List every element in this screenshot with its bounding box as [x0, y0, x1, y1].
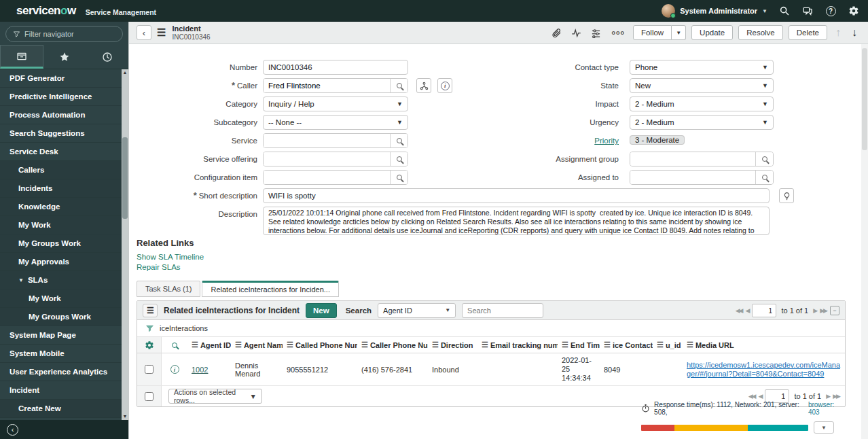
- sidebar-item-process-automation[interactable]: Process Automation: [0, 106, 122, 124]
- assignment-group-input[interactable]: [630, 152, 755, 166]
- follow-dropdown-icon[interactable]: ▼: [672, 25, 686, 40]
- column-header-called-phone[interactable]: ☰Called Phone Number: [283, 337, 357, 353]
- column-header-agent-id[interactable]: ☰Agent ID: [187, 337, 231, 353]
- configuration-item-lookup-button[interactable]: [390, 171, 408, 184]
- column-header-email-tracking[interactable]: ☰Email tracking number: [477, 337, 558, 353]
- state-select[interactable]: New▼: [630, 78, 774, 93]
- description-textarea[interactable]: 25/01/2022 10:01:14 Original phone call …: [263, 207, 770, 235]
- page-number-input[interactable]: [752, 304, 776, 317]
- breadcrumb[interactable]: iceInteractions: [160, 324, 208, 332]
- column-header-media-url[interactable]: ☰Media URL: [683, 337, 845, 353]
- back-button[interactable]: ‹: [137, 25, 151, 40]
- content-scrollbar[interactable]: [861, 44, 868, 439]
- update-button[interactable]: Update: [691, 25, 733, 40]
- scroll-up-icon[interactable]: ▲: [122, 69, 128, 76]
- search-column-select[interactable]: Agent ID▼: [378, 303, 456, 318]
- collapse-stats-icon[interactable]: ▼: [814, 421, 834, 434]
- follow-button[interactable]: Follow: [633, 25, 672, 40]
- sidebar-item-service-desk[interactable]: Service Desk: [0, 143, 122, 161]
- agent-id-link[interactable]: 1002: [192, 366, 208, 374]
- previous-page-icon[interactable]: ◀: [759, 393, 762, 400]
- sidebar-item-system-mobile[interactable]: System Mobile: [0, 345, 122, 363]
- tab-all-applications[interactable]: [0, 45, 43, 69]
- service-offering-lookup-button[interactable]: [390, 152, 408, 166]
- select-all-checkbox[interactable]: [145, 392, 153, 401]
- attachment-paperclip-icon[interactable]: [549, 28, 564, 38]
- column-header-u-id[interactable]: ☰u_id: [653, 337, 683, 353]
- impact-select[interactable]: 2 - Medium▼: [630, 96, 774, 111]
- sidebar-item-slas-my-work[interactable]: My Work: [0, 289, 122, 308]
- help-icon[interactable]: ?: [825, 5, 837, 17]
- row-checkbox[interactable]: [145, 365, 153, 374]
- sidebar-item-my-work[interactable]: My Work: [0, 216, 122, 234]
- sidebar-item-callers[interactable]: Callers: [0, 161, 122, 179]
- actions-on-selected-rows-select[interactable]: Actions on selected rows...▼: [168, 389, 262, 404]
- sidebar-item-predictive-intelligence[interactable]: Predictive Intelligence: [0, 88, 122, 106]
- caller-input[interactable]: [264, 79, 390, 92]
- tab-history[interactable]: [86, 45, 128, 69]
- row-preview-button[interactable]: i: [162, 353, 187, 385]
- sidebar-item-system-map-page[interactable]: System Map Page: [0, 326, 122, 345]
- category-select[interactable]: Inquiry / Help▼: [263, 96, 408, 111]
- new-record-button[interactable]: New: [306, 303, 337, 318]
- tab-favorites[interactable]: [43, 45, 86, 69]
- activity-stream-icon[interactable]: [569, 28, 583, 38]
- tab-task-slas[interactable]: Task SLAs (1): [137, 281, 200, 297]
- user-menu[interactable]: System Administrator ▼: [662, 4, 767, 18]
- column-header-ice-contact-id[interactable]: ☰ice Contact ID: [600, 337, 653, 353]
- caller-lookup-button[interactable]: [390, 79, 408, 92]
- minimize-list-icon[interactable]: −: [830, 306, 839, 315]
- first-page-icon[interactable]: ◀◀: [748, 393, 755, 400]
- sidebar-item-pdf-generator[interactable]: PDF Generator: [0, 69, 122, 88]
- sidebar-item-my-approvals[interactable]: My Approvals: [0, 253, 122, 271]
- scroll-to-bottom-icon[interactable]: ↓: [849, 27, 860, 39]
- sidebar-item-knowledge[interactable]: Knowledge: [0, 198, 122, 216]
- last-page-icon[interactable]: ▶▶: [820, 307, 827, 314]
- scroll-down-icon[interactable]: ▼: [122, 413, 128, 420]
- suggestion-lightbulb-button[interactable]: [779, 188, 794, 203]
- list-context-menu-icon[interactable]: ☰: [143, 304, 158, 317]
- assigned-to-input[interactable]: [630, 171, 755, 184]
- tab-related-iceinteractions[interactable]: Related iceInteractions for Inciden...: [202, 281, 338, 297]
- show-sla-timeline-link[interactable]: Show SLA Timeline: [137, 252, 204, 262]
- connect-chat-icon[interactable]: [801, 5, 814, 17]
- delete-button[interactable]: Delete: [789, 25, 827, 40]
- collapse-sidebar-icon[interactable]: ‹: [7, 424, 18, 436]
- list-search-input[interactable]: [462, 303, 543, 318]
- sidebar-scrollbar-thumb[interactable]: [122, 137, 128, 219]
- global-search-icon[interactable]: [778, 5, 791, 17]
- previous-page-icon[interactable]: ◀: [746, 307, 749, 314]
- service-offering-input[interactable]: [264, 152, 390, 166]
- sidebar-item-slas[interactable]: ▼SLAs: [0, 271, 122, 289]
- next-page-icon[interactable]: ▶: [826, 393, 829, 400]
- contact-type-select[interactable]: Phone▼: [630, 60, 774, 75]
- number-field[interactable]: [263, 60, 408, 75]
- first-page-icon[interactable]: ◀◀: [736, 307, 742, 314]
- sidebar-item-slas-my-groups-work[interactable]: My Groups Work: [0, 308, 122, 326]
- caller-preview-button[interactable]: i: [437, 78, 452, 93]
- more-options-icon[interactable]: ooo: [609, 29, 628, 36]
- next-page-icon[interactable]: ▶: [813, 307, 816, 314]
- column-header-caller-phone[interactable]: ☰Caller Phone Number: [357, 337, 428, 353]
- urgency-select[interactable]: 2 - Medium▼: [630, 115, 774, 130]
- service-lookup-button[interactable]: [390, 134, 408, 147]
- sidebar-item-search-suggestions[interactable]: Search Suggestions: [0, 124, 122, 143]
- column-header-agent-name[interactable]: ☰Agent Name: [231, 337, 283, 353]
- assigned-to-lookup-button[interactable]: [755, 171, 773, 184]
- filter-navigator[interactable]: [5, 26, 123, 42]
- content-scrollbar-thumb[interactable]: [862, 48, 867, 150]
- column-settings-gear-icon[interactable]: [137, 337, 162, 353]
- short-description-input[interactable]: [263, 188, 770, 203]
- resolve-button[interactable]: Resolve: [738, 25, 783, 40]
- filter-funnel-icon[interactable]: [145, 324, 154, 333]
- assignment-group-lookup-button[interactable]: [755, 152, 773, 166]
- repair-slas-link[interactable]: Repair SLAs: [137, 262, 181, 273]
- list-search-row-icon[interactable]: [162, 337, 187, 353]
- personalize-form-sliders-icon[interactable]: [589, 28, 603, 38]
- show-org-chart-button[interactable]: [416, 78, 431, 93]
- last-page-icon[interactable]: ▶▶: [833, 393, 839, 400]
- sidebar-item-user-experience-analytics[interactable]: User Experience Analytics: [0, 363, 122, 381]
- sidebar-item-create-new[interactable]: Create New: [0, 400, 122, 418]
- settings-gear-icon[interactable]: [848, 5, 860, 17]
- sidebar-item-incident[interactable]: Incident: [0, 381, 122, 400]
